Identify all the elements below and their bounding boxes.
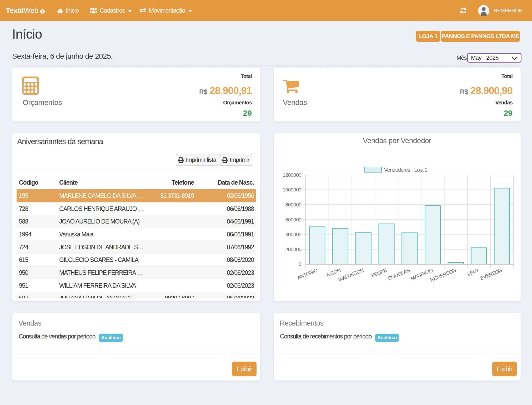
svg-text:EVERSON: EVERSON [479, 267, 503, 281]
svg-text:REMERSON: REMERSON [429, 267, 457, 283]
svg-text:0: 0 [299, 261, 301, 267]
svg-text:FELIPE: FELIPE [370, 267, 387, 279]
svg-text:Vendas por Vendedor: Vendas por Vendedor [363, 136, 431, 145]
svg-text:ANTONIO: ANTONIO [297, 267, 318, 281]
svg-text:200000: 200000 [285, 247, 301, 252]
svg-text:Vendedores - Loja 1: Vendedores - Loja 1 [384, 167, 428, 173]
svg-text:400000: 400000 [285, 232, 301, 237]
svg-text:800000: 800000 [285, 202, 301, 207]
svg-text:DOUGLAS: DOUGLAS [387, 267, 410, 281]
svg-text:600000: 600000 [285, 217, 301, 222]
svg-text:1000000: 1000000 [283, 187, 301, 193]
svg-text:1200000: 1200000 [283, 172, 301, 178]
svg-text:IVSON: IVSON [326, 267, 341, 278]
svg-text:?: ? [42, 9, 44, 13]
svg-text:WALDESON: WALDESON [338, 267, 364, 283]
svg-text:LEVY: LEVY [466, 267, 480, 277]
